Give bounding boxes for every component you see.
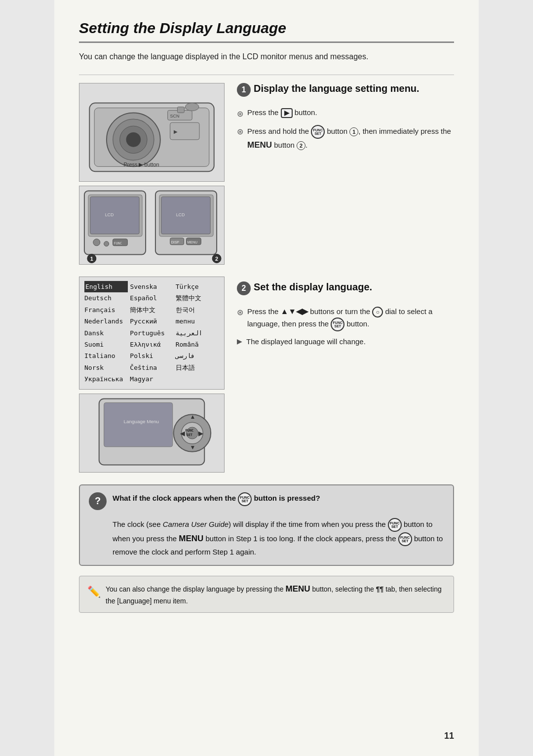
svg-text:FUNC: FUNC <box>186 429 194 433</box>
lang-romanian: Română <box>176 339 219 350</box>
step1-bullet1: ⊛ Press the ▶ button. <box>237 107 454 120</box>
lang-row-6: Italiano Polski فارسی <box>84 350 219 361</box>
lang-row-0: English Svenska Türkçe <box>84 281 219 292</box>
step2-number: 2 <box>237 281 251 295</box>
arrow-buttons: ▲▼◀▶ <box>281 307 308 316</box>
svg-point-17 <box>93 239 100 246</box>
lang-english: English <box>84 281 128 292</box>
step1-bullet1-text: Press the ▶ button. <box>247 107 317 119</box>
language-table: English Svenska Türkçe Deutsch Español 繁… <box>79 277 225 390</box>
step2-bullet2: ▶ The displayed language will change. <box>237 336 454 348</box>
step2-section: English Svenska Türkçe Deutsch Español 繁… <box>79 277 454 473</box>
svg-point-5 <box>126 132 141 147</box>
svg-point-18 <box>104 241 109 246</box>
func-set-tip3: FUNCSET <box>398 532 412 546</box>
func-set-button-2: FUNCSET <box>331 318 344 331</box>
svg-point-11 <box>185 103 199 111</box>
camera-guide-italic: Camera User Guide <box>163 519 228 528</box>
lang-polish: Polski <box>130 350 173 361</box>
callout-2: 2 <box>297 141 305 150</box>
lang-espanol: Español <box>130 292 173 304</box>
lang-svenska: Svenska <box>130 281 173 292</box>
step2-bullet2-text: The displayed language will change. <box>246 336 366 348</box>
step1-bullet2: ⊛ Press and hold the FUNCSET button 1, t… <box>237 125 454 152</box>
play-button: ▶ <box>281 108 293 118</box>
lang-arabic: العربية <box>176 327 219 339</box>
page-title: Setting the Display Language <box>79 20 454 43</box>
tip-heading: What if the clock appears when the FUNCS… <box>113 494 320 502</box>
tip-box: ? What if the clock appears when the FUN… <box>79 484 454 566</box>
svg-text:Press ▶ button: Press ▶ button <box>124 161 159 167</box>
svg-text:FUNC: FUNC <box>114 241 122 245</box>
lang-russian: Русский <box>130 316 173 327</box>
func-set-tip2: FUNCSET <box>388 518 402 532</box>
step1-images: SCN ▶ Press ▶ button <box>79 83 227 265</box>
func-set-button-1: FUNCSET <box>311 125 325 139</box>
lang-japanese: 日本語 <box>176 362 219 373</box>
svg-rect-15 <box>90 197 139 234</box>
svg-text:2: 2 <box>215 256 218 262</box>
lang-row-1: Deutsch Español 繁體中文 <box>84 292 219 304</box>
camera-bottom-image: LCD FUNC 1 LCD <box>79 186 225 265</box>
step2-instructions: 2 Set the display language. ⊛ Press the … <box>237 277 454 473</box>
lang-row-3: Nederlands Русский meпнu <box>84 316 219 327</box>
lang-suomi: Suomi <box>84 339 128 350</box>
lang-row-5: Suomi Ελληνικά Română <box>84 339 219 350</box>
step1-bullet2-text: Press and hold the FUNCSET button 1, the… <box>247 125 454 152</box>
svg-text:SCN: SCN <box>170 114 180 119</box>
step2-heading: Set the display language. <box>254 281 372 293</box>
note-icon: ✏️ <box>87 583 101 600</box>
step1-section: SCN ▶ Press ▶ button <box>79 83 454 265</box>
bullet-icon-2: ⊛ <box>237 126 243 138</box>
step1-instructions: 1 Display the language setting menu. ⊛ P… <box>237 83 454 265</box>
tip-icon: ? <box>89 492 107 510</box>
step1-number: 1 <box>237 83 251 97</box>
lang-dansk: Dansk <box>84 327 128 339</box>
lang-empty <box>176 373 219 385</box>
lang-menu: meпнu <box>176 316 219 327</box>
svg-text:LCD: LCD <box>105 212 114 217</box>
svg-text:Language Menu: Language Menu <box>123 419 159 424</box>
lang-ukrainian: Українська <box>84 373 128 385</box>
step2-bullet1: ⊛ Press the ▲▼◀▶ buttons or turn the ○ d… <box>237 306 454 331</box>
page-number: 11 <box>444 731 454 741</box>
svg-text:LCD: LCD <box>176 212 185 217</box>
lang-italiano: Italiano <box>84 350 128 361</box>
menu-label-1: MENU <box>247 140 272 150</box>
lang-row-7: Norsk Čeština 日本語 <box>84 362 219 373</box>
dial-symbol: ○ <box>372 307 383 318</box>
func-set-tip: FUNCSET <box>238 492 252 506</box>
dial-image: Language Menu ▲ ▼ ◀ ▶ FUNC SET <box>79 394 225 473</box>
svg-text:▼: ▼ <box>190 443 195 450</box>
lang-row-8: Українська Magyar <box>84 373 219 385</box>
callout-1: 1 <box>349 127 358 136</box>
lang-turkce: Türkçe <box>176 281 219 292</box>
bullet-icon-1: ⊛ <box>237 108 243 120</box>
step1-heading: Display the language setting menu. <box>254 83 419 94</box>
note-box: ✏️ You can also change the display langu… <box>79 576 454 613</box>
tab-symbol: ¶¶ <box>376 585 384 593</box>
svg-text:◀: ◀ <box>180 430 185 437</box>
step2-images: English Svenska Türkçe Deutsch Español 繁… <box>79 277 227 473</box>
intro-text: You can change the language displayed in… <box>79 51 454 63</box>
lang-nederlands: Nederlands <box>84 316 128 327</box>
camera-top-image: SCN ▶ Press ▶ button <box>79 83 225 182</box>
step2-bullet1-text: Press the ▲▼◀▶ buttons or turn the ○ dia… <box>247 306 454 331</box>
svg-text:▲: ▲ <box>190 413 195 420</box>
menu-note: MENU <box>286 584 310 594</box>
lang-magyar: Magyar <box>130 373 173 385</box>
svg-text:DISP: DISP <box>171 240 180 244</box>
page: Setting the Display Language You can cha… <box>54 0 479 756</box>
lang-norsk: Norsk <box>84 362 128 373</box>
svg-rect-25 <box>161 197 210 234</box>
svg-text:▶: ▶ <box>198 430 203 437</box>
menu-tip: MENU <box>179 534 203 543</box>
note-text: You can also change the display language… <box>106 582 446 607</box>
tip-text: What if the clock appears when the FUNCS… <box>113 492 444 558</box>
svg-rect-7 <box>177 107 184 113</box>
lang-row-2: Français 簡体中文 한국어 <box>84 304 219 316</box>
lang-francais: Français <box>84 304 128 316</box>
lang-czech: Čeština <box>130 362 173 373</box>
lang-greek: Ελληνικά <box>130 339 173 350</box>
svg-text:▶: ▶ <box>174 129 178 134</box>
